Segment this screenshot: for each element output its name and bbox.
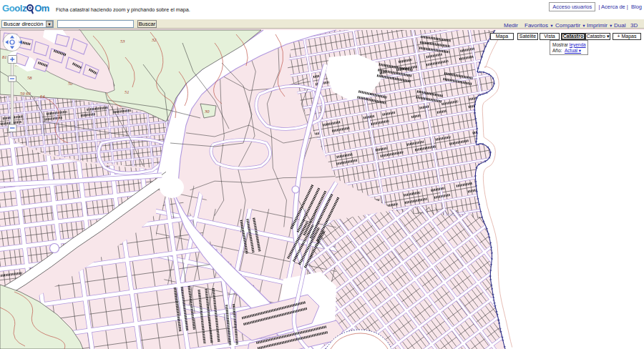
svg-text:53: 53 — [120, 39, 125, 44]
svg-text:30: 30 — [204, 109, 210, 114]
svg-text:32: 32 — [151, 37, 157, 42]
svg-text:64: 64 — [40, 94, 45, 99]
svg-text:51: 51 — [125, 89, 130, 94]
